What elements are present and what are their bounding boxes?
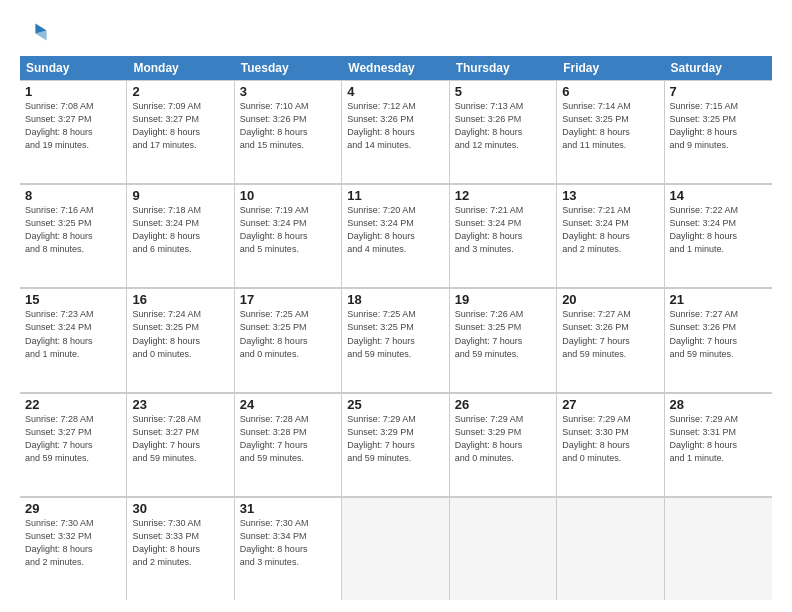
day-number: 19 <box>455 292 551 307</box>
day-info: Sunrise: 7:16 AMSunset: 3:25 PMDaylight:… <box>25 204 121 256</box>
calendar-cell: 18Sunrise: 7:25 AMSunset: 3:25 PMDayligh… <box>342 288 449 391</box>
day-number: 15 <box>25 292 121 307</box>
calendar-cell: 26Sunrise: 7:29 AMSunset: 3:29 PMDayligh… <box>450 393 557 496</box>
calendar-cell <box>665 497 772 600</box>
day-number: 25 <box>347 397 443 412</box>
calendar-week: 1Sunrise: 7:08 AMSunset: 3:27 PMDaylight… <box>20 80 772 184</box>
day-info: Sunrise: 7:09 AMSunset: 3:27 PMDaylight:… <box>132 100 228 152</box>
day-info: Sunrise: 7:15 AMSunset: 3:25 PMDaylight:… <box>670 100 767 152</box>
day-number: 23 <box>132 397 228 412</box>
day-number: 13 <box>562 188 658 203</box>
day-info: Sunrise: 7:22 AMSunset: 3:24 PMDaylight:… <box>670 204 767 256</box>
day-number: 3 <box>240 84 336 99</box>
day-info: Sunrise: 7:20 AMSunset: 3:24 PMDaylight:… <box>347 204 443 256</box>
day-number: 27 <box>562 397 658 412</box>
calendar-week: 29Sunrise: 7:30 AMSunset: 3:32 PMDayligh… <box>20 497 772 600</box>
day-info: Sunrise: 7:29 AMSunset: 3:29 PMDaylight:… <box>347 413 443 465</box>
day-number: 1 <box>25 84 121 99</box>
calendar-cell: 17Sunrise: 7:25 AMSunset: 3:25 PMDayligh… <box>235 288 342 391</box>
day-info: Sunrise: 7:30 AMSunset: 3:33 PMDaylight:… <box>132 517 228 569</box>
calendar-week: 22Sunrise: 7:28 AMSunset: 3:27 PMDayligh… <box>20 393 772 497</box>
day-number: 10 <box>240 188 336 203</box>
calendar-cell: 25Sunrise: 7:29 AMSunset: 3:29 PMDayligh… <box>342 393 449 496</box>
header-day: Saturday <box>665 56 772 80</box>
calendar-header: SundayMondayTuesdayWednesdayThursdayFrid… <box>20 56 772 80</box>
day-info: Sunrise: 7:29 AMSunset: 3:30 PMDaylight:… <box>562 413 658 465</box>
day-number: 5 <box>455 84 551 99</box>
day-info: Sunrise: 7:21 AMSunset: 3:24 PMDaylight:… <box>455 204 551 256</box>
day-info: Sunrise: 7:18 AMSunset: 3:24 PMDaylight:… <box>132 204 228 256</box>
logo <box>20 18 52 46</box>
day-info: Sunrise: 7:27 AMSunset: 3:26 PMDaylight:… <box>670 308 767 360</box>
calendar-cell: 24Sunrise: 7:28 AMSunset: 3:28 PMDayligh… <box>235 393 342 496</box>
calendar-cell: 29Sunrise: 7:30 AMSunset: 3:32 PMDayligh… <box>20 497 127 600</box>
day-info: Sunrise: 7:29 AMSunset: 3:29 PMDaylight:… <box>455 413 551 465</box>
day-number: 18 <box>347 292 443 307</box>
day-number: 6 <box>562 84 658 99</box>
day-info: Sunrise: 7:26 AMSunset: 3:25 PMDaylight:… <box>455 308 551 360</box>
day-info: Sunrise: 7:12 AMSunset: 3:26 PMDaylight:… <box>347 100 443 152</box>
calendar-cell: 30Sunrise: 7:30 AMSunset: 3:33 PMDayligh… <box>127 497 234 600</box>
day-info: Sunrise: 7:10 AMSunset: 3:26 PMDaylight:… <box>240 100 336 152</box>
day-info: Sunrise: 7:21 AMSunset: 3:24 PMDaylight:… <box>562 204 658 256</box>
calendar-cell: 23Sunrise: 7:28 AMSunset: 3:27 PMDayligh… <box>127 393 234 496</box>
day-number: 24 <box>240 397 336 412</box>
day-info: Sunrise: 7:25 AMSunset: 3:25 PMDaylight:… <box>347 308 443 360</box>
day-number: 14 <box>670 188 767 203</box>
calendar-cell: 15Sunrise: 7:23 AMSunset: 3:24 PMDayligh… <box>20 288 127 391</box>
day-number: 22 <box>25 397 121 412</box>
header-day: Monday <box>127 56 234 80</box>
calendar-cell: 1Sunrise: 7:08 AMSunset: 3:27 PMDaylight… <box>20 80 127 183</box>
calendar-cell: 21Sunrise: 7:27 AMSunset: 3:26 PMDayligh… <box>665 288 772 391</box>
day-info: Sunrise: 7:24 AMSunset: 3:25 PMDaylight:… <box>132 308 228 360</box>
day-number: 16 <box>132 292 228 307</box>
calendar-week: 8Sunrise: 7:16 AMSunset: 3:25 PMDaylight… <box>20 184 772 288</box>
calendar-cell: 20Sunrise: 7:27 AMSunset: 3:26 PMDayligh… <box>557 288 664 391</box>
day-info: Sunrise: 7:28 AMSunset: 3:27 PMDaylight:… <box>25 413 121 465</box>
calendar-cell: 12Sunrise: 7:21 AMSunset: 3:24 PMDayligh… <box>450 184 557 287</box>
day-number: 17 <box>240 292 336 307</box>
calendar-cell: 16Sunrise: 7:24 AMSunset: 3:25 PMDayligh… <box>127 288 234 391</box>
calendar-cell: 31Sunrise: 7:30 AMSunset: 3:34 PMDayligh… <box>235 497 342 600</box>
header-day: Friday <box>557 56 664 80</box>
day-info: Sunrise: 7:14 AMSunset: 3:25 PMDaylight:… <box>562 100 658 152</box>
page: SundayMondayTuesdayWednesdayThursdayFrid… <box>0 0 792 612</box>
calendar-cell: 11Sunrise: 7:20 AMSunset: 3:24 PMDayligh… <box>342 184 449 287</box>
day-number: 20 <box>562 292 658 307</box>
day-number: 4 <box>347 84 443 99</box>
calendar-cell <box>557 497 664 600</box>
day-info: Sunrise: 7:29 AMSunset: 3:31 PMDaylight:… <box>670 413 767 465</box>
day-info: Sunrise: 7:30 AMSunset: 3:34 PMDaylight:… <box>240 517 336 569</box>
day-number: 9 <box>132 188 228 203</box>
calendar-cell: 3Sunrise: 7:10 AMSunset: 3:26 PMDaylight… <box>235 80 342 183</box>
calendar-cell: 14Sunrise: 7:22 AMSunset: 3:24 PMDayligh… <box>665 184 772 287</box>
logo-icon <box>20 18 48 46</box>
day-number: 2 <box>132 84 228 99</box>
header-day: Tuesday <box>235 56 342 80</box>
calendar-cell: 5Sunrise: 7:13 AMSunset: 3:26 PMDaylight… <box>450 80 557 183</box>
day-number: 31 <box>240 501 336 516</box>
day-info: Sunrise: 7:27 AMSunset: 3:26 PMDaylight:… <box>562 308 658 360</box>
calendar-cell: 28Sunrise: 7:29 AMSunset: 3:31 PMDayligh… <box>665 393 772 496</box>
day-info: Sunrise: 7:13 AMSunset: 3:26 PMDaylight:… <box>455 100 551 152</box>
calendar-cell: 2Sunrise: 7:09 AMSunset: 3:27 PMDaylight… <box>127 80 234 183</box>
calendar-cell: 8Sunrise: 7:16 AMSunset: 3:25 PMDaylight… <box>20 184 127 287</box>
day-number: 7 <box>670 84 767 99</box>
calendar-cell: 27Sunrise: 7:29 AMSunset: 3:30 PMDayligh… <box>557 393 664 496</box>
calendar-cell: 7Sunrise: 7:15 AMSunset: 3:25 PMDaylight… <box>665 80 772 183</box>
header-day: Thursday <box>450 56 557 80</box>
calendar-cell: 22Sunrise: 7:28 AMSunset: 3:27 PMDayligh… <box>20 393 127 496</box>
calendar-cell: 10Sunrise: 7:19 AMSunset: 3:24 PMDayligh… <box>235 184 342 287</box>
calendar: SundayMondayTuesdayWednesdayThursdayFrid… <box>20 56 772 600</box>
day-number: 12 <box>455 188 551 203</box>
header-day: Sunday <box>20 56 127 80</box>
day-number: 8 <box>25 188 121 203</box>
day-number: 28 <box>670 397 767 412</box>
day-number: 26 <box>455 397 551 412</box>
day-info: Sunrise: 7:28 AMSunset: 3:27 PMDaylight:… <box>132 413 228 465</box>
calendar-cell: 6Sunrise: 7:14 AMSunset: 3:25 PMDaylight… <box>557 80 664 183</box>
calendar-cell: 9Sunrise: 7:18 AMSunset: 3:24 PMDaylight… <box>127 184 234 287</box>
day-info: Sunrise: 7:30 AMSunset: 3:32 PMDaylight:… <box>25 517 121 569</box>
day-info: Sunrise: 7:08 AMSunset: 3:27 PMDaylight:… <box>25 100 121 152</box>
calendar-cell: 19Sunrise: 7:26 AMSunset: 3:25 PMDayligh… <box>450 288 557 391</box>
